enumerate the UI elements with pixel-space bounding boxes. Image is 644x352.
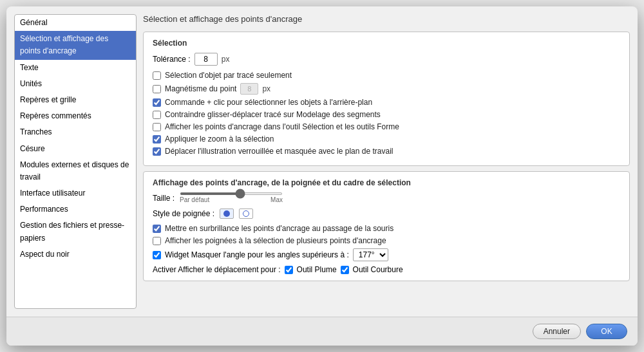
cb-magnetisme-input[interactable] xyxy=(153,85,161,93)
cb-contraindre-label: Contraindre glisser-déplacer tracé sur M… xyxy=(165,110,381,119)
sidebar-item-unites[interactable]: Unités xyxy=(15,76,136,92)
sidebar-item-texte[interactable]: Texte xyxy=(15,60,136,76)
sidebar-item-performances[interactable]: Performances xyxy=(15,201,136,218)
taille-row: Taille : Par défaut Max xyxy=(153,192,620,203)
cb-surbrillance-input[interactable] xyxy=(153,225,161,233)
selection-panel-title: Sélection xyxy=(153,39,620,48)
sidebar-item-interface[interactable]: Interface utilisateur xyxy=(15,185,136,201)
sidebar: Général Sélection et affichage des point… xyxy=(14,14,137,309)
sidebar-item-general[interactable]: Général xyxy=(15,15,136,31)
magnetisme-value-input[interactable] xyxy=(240,83,258,95)
activer-label: Activer Afficher le déplacement pour : xyxy=(153,265,281,274)
sidebar-item-reperes-commentes[interactable]: Repères commentés xyxy=(15,108,136,124)
cb-appliquer-zoom-input[interactable] xyxy=(153,135,161,144)
cb-commande-clic-label: Commande + clic pour sélectionner les ob… xyxy=(165,98,372,107)
handle-blue-dot xyxy=(223,210,230,217)
section-title: Sélection et affichage des points d'ancr… xyxy=(143,14,630,24)
sidebar-item-cesure[interactable]: Césure xyxy=(15,141,136,157)
tolerance-row: Tolérance : px xyxy=(153,53,620,66)
sidebar-item-selection[interactable]: Sélection et affichage des points d'ancr… xyxy=(15,31,136,59)
cb-contraindre: Contraindre glisser-déplacer tracé sur M… xyxy=(153,110,620,119)
cb-deplacer-illustration-label: Déplacer l'illustration verrouillée et m… xyxy=(165,147,393,156)
cb-selection-objet-label: Sélection d'objet par tracé seulement xyxy=(165,71,292,80)
tolerance-input[interactable] xyxy=(194,53,218,66)
cb-widget-angle-label: Widget Masquer l'angle pour les angles s… xyxy=(165,250,349,259)
cb-selection-objet: Sélection d'objet par tracé seulement xyxy=(153,71,620,80)
style-poignee-row: Style de poignée : xyxy=(153,208,620,219)
style-poignee-label: Style de poignée : xyxy=(153,209,214,218)
cb-surbrillance: Mettre en surbrillance les points d'ancr… xyxy=(153,224,620,233)
cb-deplacer-illustration: Déplacer l'illustration verrouillée et m… xyxy=(153,147,620,156)
cb-commande-clic-input[interactable] xyxy=(153,98,161,107)
cb-outil-courbure[interactable] xyxy=(341,266,349,274)
dialog-content: Général Sélection et affichage des point… xyxy=(6,6,638,317)
affichage-panel: Affichage des points d'ancrage, de la po… xyxy=(143,171,630,281)
affichage-panel-title: Affichage des points d'ancrage, de la po… xyxy=(153,178,620,187)
cb-afficher-poignees: Afficher les poignées à la sélection de … xyxy=(153,236,620,245)
cb-appliquer-zoom: Appliquer le zoom à la sélection xyxy=(153,134,620,144)
magnetisme-unit: px xyxy=(262,84,270,93)
cb-magnetisme: Magnétisme du point px xyxy=(153,83,620,95)
tolerance-label: Tolérance : xyxy=(153,55,191,64)
outil-plume-label: Outil Plume xyxy=(297,265,337,274)
cb-afficher-poignees-label: Afficher les poignées à la sélection de … xyxy=(165,236,386,245)
cb-outil-plume[interactable] xyxy=(285,266,293,274)
cb-deplacer-illustration-input[interactable] xyxy=(153,147,161,156)
preferences-dialog: Général Sélection et affichage des point… xyxy=(6,6,638,346)
slider-container: Par défaut Max xyxy=(180,192,283,203)
slider-label-row: Par défaut Max xyxy=(180,196,283,203)
tolerance-unit: px xyxy=(222,55,230,64)
main-content: Sélection et affichage des points d'ancr… xyxy=(143,14,630,309)
handle-hollow-dot xyxy=(243,210,249,217)
cb-commande-clic: Commande + clic pour sélectionner les ob… xyxy=(153,98,620,107)
cb-afficher-points-input[interactable] xyxy=(153,123,161,131)
dialog-footer: Annuler OK xyxy=(6,317,638,346)
handle-style-filled[interactable] xyxy=(220,208,234,219)
cb-contraindre-input[interactable] xyxy=(153,111,161,119)
cb-appliquer-zoom-label: Appliquer le zoom à la sélection xyxy=(165,134,274,144)
taille-slider[interactable] xyxy=(180,192,283,195)
cb-widget-angle: Widget Masquer l'angle pour les angles s… xyxy=(153,248,620,261)
annuler-button[interactable]: Annuler xyxy=(533,324,581,339)
sidebar-item-gestion[interactable]: Gestion des fichiers et presse-papiers xyxy=(15,218,136,246)
cb-selection-objet-input[interactable] xyxy=(153,71,161,80)
ok-button[interactable]: OK xyxy=(586,324,627,339)
angle-select[interactable]: 177° 135° 90° 45° xyxy=(353,248,388,261)
sidebar-item-reperes-grille[interactable]: Repères et grille xyxy=(15,92,136,108)
selection-panel: Sélection Tolérance : px Sélection d'obj… xyxy=(143,32,630,166)
slider-max-label: Max xyxy=(270,196,283,203)
sidebar-item-modules[interactable]: Modules externes et disques de travail xyxy=(15,157,136,185)
slider-min-label: Par défaut xyxy=(180,196,209,203)
sidebar-item-aspect[interactable]: Aspect du noir xyxy=(15,246,136,263)
cb-afficher-points: Afficher les points d'ancrage dans l'out… xyxy=(153,122,620,131)
cb-afficher-poignees-input[interactable] xyxy=(153,237,161,245)
cb-surbrillance-label: Mettre en surbrillance les points d'ancr… xyxy=(165,224,393,233)
outil-courbure-label: Outil Courbure xyxy=(353,265,403,274)
handle-style-hollow[interactable] xyxy=(239,208,253,219)
taille-label: Taille : xyxy=(153,194,175,203)
cb-afficher-points-label: Afficher les points d'ancrage dans l'out… xyxy=(165,122,399,131)
cb-widget-angle-input[interactable] xyxy=(153,251,161,259)
cb-magnetisme-label: Magnétisme du point xyxy=(165,84,236,93)
activer-row: Activer Afficher le déplacement pour : O… xyxy=(153,265,620,274)
sidebar-item-tranches[interactable]: Tranches xyxy=(15,124,136,140)
